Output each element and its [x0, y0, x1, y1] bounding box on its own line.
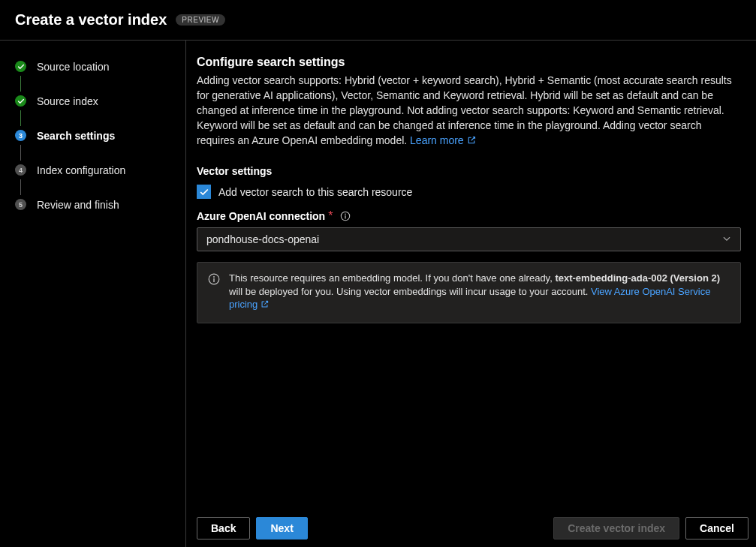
header: Create a vector index PREVIEW: [0, 0, 756, 41]
info-box-text: This resource requires an embedding mode…: [229, 272, 730, 312]
svg-rect-5: [213, 278, 214, 282]
info-icon[interactable]: [340, 211, 351, 221]
preview-badge: PREVIEW: [176, 14, 225, 26]
step-label: Source index: [37, 95, 98, 107]
wizard-steps: Source location Source index 3 Search se…: [0, 41, 185, 547]
step-review-finish[interactable]: 5 Review and finish: [15, 195, 178, 214]
svg-point-1: [345, 214, 347, 215]
step-label: Source location: [37, 61, 110, 73]
step-source-location[interactable]: Source location: [15, 57, 178, 76]
step-connector: [20, 179, 21, 195]
step-label: Review and finish: [37, 199, 119, 211]
step-number-icon: 4: [15, 164, 26, 176]
add-vector-search-checkbox[interactable]: [197, 185, 211, 199]
step-connector: [20, 145, 21, 161]
step-search-settings[interactable]: 3 Search settings: [15, 126, 178, 145]
step-number-icon: 3: [15, 130, 26, 141]
connection-field-label: Azure OpenAI connection: [197, 210, 325, 222]
openai-connection-dropdown[interactable]: pondhouse-docs-openai: [197, 227, 741, 251]
info-icon: [208, 273, 220, 288]
section-heading: Configure search settings: [197, 56, 741, 69]
external-link-icon: [261, 299, 269, 312]
required-indicator: *: [328, 209, 333, 223]
main-content: Configure search settings Adding vector …: [197, 56, 756, 508]
step-label: Index configuration: [37, 164, 125, 176]
checkmark-icon: [15, 61, 26, 72]
embedding-info-box: This resource requires an embedding mode…: [197, 262, 741, 323]
chevron-down-icon: [722, 233, 731, 245]
back-button[interactable]: Back: [197, 517, 250, 539]
next-button[interactable]: Next: [256, 517, 307, 539]
learn-more-link[interactable]: Learn more: [410, 134, 476, 146]
create-vector-index-button: Create vector index: [553, 517, 679, 539]
step-source-index[interactable]: Source index: [15, 92, 178, 110]
step-index-configuration[interactable]: 4 Index configuration: [15, 161, 178, 179]
checkbox-label: Add vector search to this search resourc…: [218, 186, 412, 198]
step-connector: [20, 110, 21, 126]
step-connector: [20, 76, 21, 92]
svg-point-4: [213, 276, 215, 278]
section-description: Adding vector search supports: Hybrid (v…: [197, 74, 741, 149]
checkmark-icon: [15, 95, 26, 107]
dropdown-value: pondhouse-docs-openai: [206, 233, 319, 245]
wizard-footer: Back Next Create vector index Cancel: [197, 508, 756, 547]
step-number-icon: 5: [15, 199, 26, 210]
vector-settings-heading: Vector settings: [197, 165, 741, 177]
page-title: Create a vector index: [15, 11, 167, 29]
external-link-icon: [467, 134, 476, 149]
svg-rect-2: [345, 216, 346, 219]
step-label: Search settings: [37, 130, 115, 142]
cancel-button[interactable]: Cancel: [685, 517, 748, 539]
